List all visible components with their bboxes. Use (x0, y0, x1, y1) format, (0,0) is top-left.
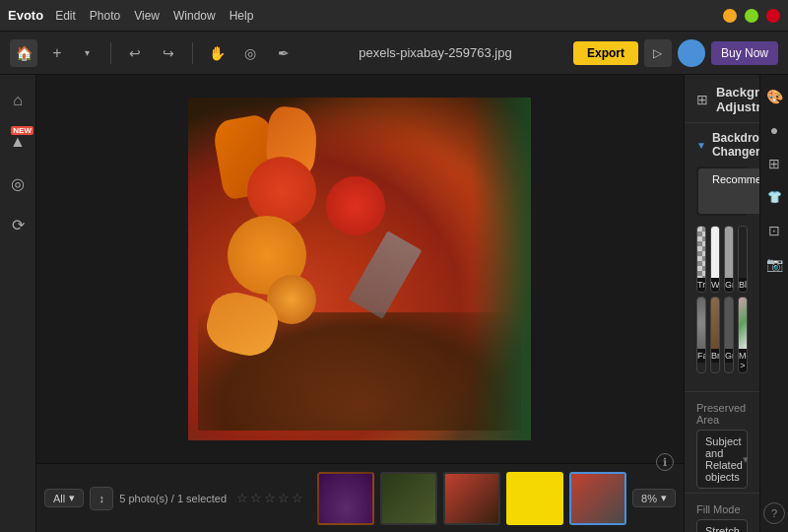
backdrop-black[interactable]: Black (738, 226, 748, 293)
left-sidebar: ⌂ NEW ▲ ◎ ⟳ (0, 75, 36, 532)
far-right-palette[interactable]: 🎨 (760, 83, 788, 110)
titlebar: Evoto Edit Photo View Window Help (0, 0, 788, 32)
camera-icon: 📷 (766, 256, 783, 272)
right-panel: ⊞ Background Adjustments ▼ Backdrop Chan… (684, 75, 759, 532)
sidebar-adjustments[interactable]: NEW ▲ (0, 124, 35, 160)
menu-window[interactable]: Window (173, 9, 216, 23)
panel-title: Background Adjustments (716, 85, 759, 114)
gray03-preview (725, 298, 733, 349)
window-controls (723, 9, 780, 23)
history-icon: ⟳ (12, 216, 25, 234)
thumbnail-3[interactable] (443, 472, 500, 525)
far-right-circle[interactable]: ● (760, 116, 788, 144)
more-label: More > (739, 349, 747, 372)
backdrop-gray02[interactable]: Gray02 (724, 226, 734, 293)
far-right-box[interactable]: ⊡ (760, 217, 788, 244)
add-dropdown[interactable]: ▾ (73, 39, 100, 67)
black-label: Black (739, 278, 747, 292)
backdrop-grid: Transpa... White Gray02 Black Fabric02 (696, 226, 748, 373)
hand-tool[interactable]: ✋ (203, 39, 230, 67)
backdrop-more[interactable]: More > (738, 297, 748, 373)
far-right-grid[interactable]: ⊞ (760, 150, 788, 177)
maximize-button[interactable] (745, 9, 758, 23)
main-image (188, 98, 531, 440)
radial-icon: ◎ (11, 174, 25, 193)
sort-button[interactable]: ↕ (90, 487, 113, 510)
home-button[interactable]: 🏠 (10, 39, 37, 67)
section-header: ▼ Backdrop Changer ✏ (696, 131, 748, 159)
transparent-label: Transpa... (697, 278, 705, 292)
filmstrip: All ▾ ↕ 5 photo(s) / 1 selected ☆ ☆ ☆ ☆ … (36, 463, 684, 532)
gray02-label: Gray02 (725, 278, 733, 292)
fabric02-label: Fabric02 (697, 349, 705, 363)
black-preview (739, 227, 747, 278)
section-title: Backdrop Changer (712, 131, 759, 159)
tab-recommended[interactable]: Recommended (698, 168, 759, 214)
menu-view[interactable]: View (134, 9, 160, 23)
far-right-camera[interactable]: 📷 (760, 250, 788, 278)
buy-now-button[interactable]: Buy Now (711, 41, 778, 65)
brush-tool[interactable]: ✒ (270, 39, 297, 67)
user-avatar[interactable] (678, 39, 705, 67)
preserved-area-section: Preserved Area Subject and Related objec… (685, 391, 759, 493)
sort-icon: ↕ (98, 493, 104, 504)
far-right-shirt[interactable]: 👕 (760, 183, 788, 211)
backdrop-tabs: Recommended My backdrops New (696, 166, 748, 216)
star-3[interactable]: ☆ (264, 491, 276, 505)
transparent-preview (697, 227, 705, 278)
white-preview (711, 227, 719, 278)
section-arrow-icon: ▼ (696, 140, 706, 151)
export-button[interactable]: Export (573, 41, 638, 65)
backdrop-brown03[interactable]: Brown03 (710, 297, 720, 373)
sidebar-home[interactable]: ⌂ (0, 83, 35, 118)
backdrop-white[interactable]: White (710, 226, 720, 293)
toolbar: 🏠 + ▾ ↩ ↪ ✋ ◎ ✒ pexels-pixabay-259763.jp… (0, 32, 788, 75)
preserved-area-select[interactable]: Subject and Related objects ▾ (696, 430, 748, 489)
sidebar-radial[interactable]: ◎ (0, 166, 35, 201)
select-tool[interactable]: ◎ (236, 39, 264, 67)
menu-edit[interactable]: Edit (55, 9, 76, 23)
fill-mode-label: Fill Mode (696, 503, 748, 515)
thumbnail-2[interactable] (380, 472, 437, 525)
share-icon-button[interactable]: ▷ (644, 39, 672, 67)
new-badge: NEW (11, 126, 33, 135)
star-5[interactable]: ☆ (292, 491, 303, 505)
backdrop-transparent[interactable]: Transpa... (696, 226, 706, 293)
sidebar-history[interactable]: ⟳ (0, 207, 35, 242)
zoom-dropdown[interactable]: 8% ▾ (632, 489, 676, 507)
gray02-preview (725, 227, 733, 278)
home-icon: ⌂ (13, 92, 23, 109)
minimize-button[interactable] (723, 9, 737, 23)
preserved-area-label: Preserved Area (696, 402, 748, 426)
panel-icon: ⊞ (696, 92, 708, 107)
brown03-label: Brown03 (711, 349, 719, 363)
circle-icon: ● (770, 122, 778, 138)
main-area: ⌂ NEW ▲ ◎ ⟳ (0, 75, 788, 532)
canvas-info-button[interactable]: ℹ (656, 453, 674, 471)
menu-photo[interactable]: Photo (90, 9, 120, 23)
close-button[interactable] (766, 9, 780, 23)
fill-mode-section: Fill Mode Stretch Fill ▾ (685, 493, 759, 532)
menu-help[interactable]: Help (230, 9, 254, 23)
far-right-sidebar: 🎨 ● ⊞ 👕 ⊡ 📷 ? (759, 75, 788, 532)
separator-1 (110, 42, 111, 64)
star-1[interactable]: ☆ (236, 491, 248, 505)
menu-bar: Edit Photo View Window Help (55, 9, 253, 23)
backdrop-fabric02[interactable]: Fabric02 (696, 297, 706, 373)
undo-button[interactable]: ↩ (121, 39, 149, 67)
fill-mode-select[interactable]: Stretch Fill ▾ (696, 519, 748, 532)
thumbnail-1[interactable] (317, 472, 374, 525)
thumbnail-4[interactable] (506, 472, 563, 525)
star-4[interactable]: ☆ (278, 491, 290, 505)
add-button[interactable]: + (43, 39, 71, 67)
redo-button[interactable]: ↪ (155, 39, 182, 67)
panel-header: ⊞ Background Adjustments (685, 75, 759, 123)
help-button[interactable]: ? (763, 502, 785, 524)
backdrop-section: ▼ Backdrop Changer ✏ Recommended My back… (685, 123, 759, 391)
fabric02-preview (697, 298, 705, 349)
filter-dropdown[interactable]: All ▾ (44, 489, 84, 507)
more-preview (739, 298, 747, 349)
star-2[interactable]: ☆ (250, 491, 262, 505)
thumbnail-5[interactable] (569, 472, 626, 525)
backdrop-gray03[interactable]: Gray03 (724, 297, 734, 373)
